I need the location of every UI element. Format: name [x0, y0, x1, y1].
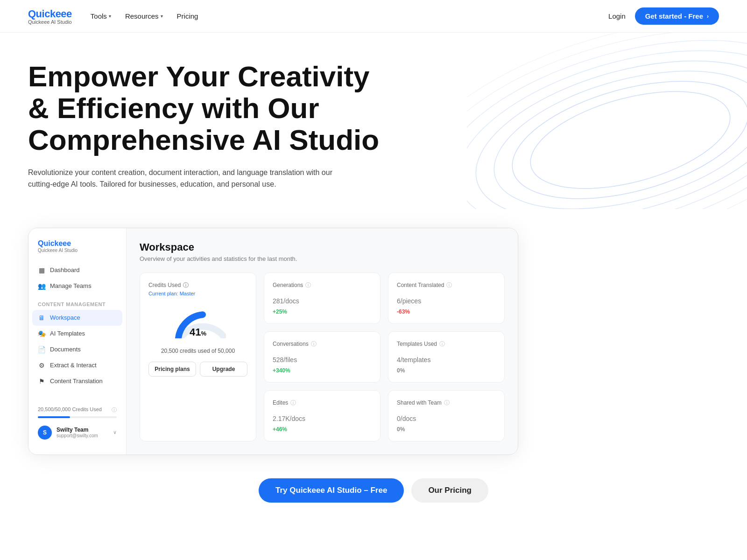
documents-icon: 📄: [38, 346, 45, 353]
sidebar-item-dashboard[interactable]: ▦ Dashboard: [28, 262, 126, 278]
stat-value: 6/pieces: [397, 292, 496, 307]
hero-actions: Try Quickeee AI Studio – Free Our Pricin…: [0, 478, 747, 503]
credits-used-label: 20,500 credits used of 50,000: [148, 348, 247, 354]
user-info: Swilty Team support@swilty.com: [56, 427, 108, 438]
chevron-down-icon: ▾: [161, 14, 163, 19]
sidebar-item-ai-templates[interactable]: 🎭 AI Templates: [28, 326, 126, 342]
arrow-icon: ›: [707, 13, 709, 20]
logo-text: Quickeee: [28, 8, 72, 20]
hero-subtext: Revolutionize your content creation, doc…: [28, 167, 345, 190]
credits-info-icon: ⓘ: [112, 406, 117, 413]
user-name: Swilty Team: [56, 427, 108, 433]
stat-change: -63%: [397, 308, 496, 315]
sidebar-logo-sub: Quickeee AI Studio: [38, 248, 117, 253]
credits-plan: Current plan: Master: [148, 291, 247, 296]
nav-pricing[interactable]: Pricing: [177, 12, 198, 20]
sidebar-item-content-translation[interactable]: ⚑ Content Translation: [28, 373, 126, 389]
templates-icon: 🎭: [38, 330, 45, 337]
svg-point-7: [467, 33, 747, 209]
gauge-container: 41%: [170, 306, 226, 338]
svg-point-3: [467, 33, 747, 209]
user-row[interactable]: S Swilty Team support@swilty.com ∨: [38, 426, 117, 440]
svg-point-0: [520, 73, 740, 207]
dashboard-icon: ▦: [38, 266, 45, 274]
pricing-plans-button[interactable]: Pricing plans: [148, 362, 196, 377]
info-icon: ⓘ: [305, 281, 311, 289]
our-pricing-button[interactable]: Our Pricing: [411, 478, 488, 503]
get-started-button[interactable]: Get started - Free ›: [635, 7, 719, 25]
hero-heading: Empower Your Creativity & Efficiency wit…: [28, 61, 392, 156]
dashboard-mockup: Quickeee Quickeee AI Studio ▦ Dashboard …: [28, 228, 518, 455]
nav-right: Login Get started - Free ›: [608, 7, 719, 25]
info-icon: ⓘ: [444, 399, 450, 407]
sidebar-item-manage-teams[interactable]: 👥 Manage Teams: [28, 278, 126, 294]
svg-point-2: [479, 45, 747, 209]
nav-tools[interactable]: Tools ▾: [91, 12, 111, 20]
credits-progress-fill: [38, 416, 70, 418]
info-icon: ⓘ: [290, 399, 296, 407]
hero-decoration: [467, 33, 747, 209]
logo[interactable]: Quickeee Quickeee AI Studio: [28, 8, 72, 25]
info-icon: ⓘ: [311, 340, 317, 348]
upgrade-button[interactable]: Upgrade: [200, 362, 247, 377]
stat-label: Generations ⓘ: [273, 281, 372, 289]
svg-point-5: [467, 33, 747, 209]
stat-value: 2.17K/docs: [273, 410, 372, 424]
sidebar: Quickeee Quickeee AI Studio ▦ Dashboard …: [28, 228, 127, 455]
gauge-wrap: 41%: [148, 306, 247, 338]
stat-change: +25%: [273, 308, 372, 315]
stat-value: 4/templates: [397, 351, 496, 365]
svg-point-4: [467, 33, 747, 209]
extract-icon: ⚙: [38, 362, 45, 369]
sidebar-logo: Quickeee Quickeee AI Studio: [28, 239, 126, 262]
info-icon: ⓘ: [439, 340, 445, 348]
stat-change: 0%: [397, 426, 496, 433]
stat-label: Content Translated ⓘ: [397, 281, 496, 289]
user-chevron-icon: ∨: [113, 429, 117, 435]
gauge-percent: 41%: [190, 326, 206, 338]
stat-change: 0%: [397, 367, 496, 374]
stat-card-generations: Generations ⓘ 281/docs +25%: [264, 273, 381, 324]
nav-resources[interactable]: Resources ▾: [125, 12, 163, 20]
sidebar-section-label: Content Management: [28, 294, 126, 310]
main-content: Workspace Overview of your activities an…: [127, 228, 518, 455]
info-icon: ⓘ: [446, 281, 452, 289]
translation-icon: ⚑: [38, 378, 45, 385]
workspace-icon: 🖥: [38, 314, 45, 322]
credits-progress-bar: [38, 416, 117, 418]
stat-value: 528/files: [273, 351, 372, 365]
stat-card-templates-used: Templates Used ⓘ 4/templates 0%: [388, 331, 505, 383]
stat-label: Templates Used ⓘ: [397, 340, 496, 348]
nav-links: Tools ▾ Resources ▾ Pricing: [91, 12, 198, 20]
hero-section: Empower Your Creativity & Efficiency wit…: [0, 33, 747, 209]
nav-left: Quickeee Quickeee AI Studio Tools ▾ Reso…: [28, 8, 198, 25]
stat-label: Conversations ⓘ: [273, 340, 372, 348]
stat-change: +46%: [273, 426, 372, 433]
svg-point-6: [467, 33, 747, 209]
stat-value: 281/docs: [273, 292, 372, 307]
credits-card: Credits Used ⓘ Current plan: Master 41%: [140, 273, 256, 441]
teams-icon: 👥: [38, 282, 45, 290]
sidebar-bottom: 20,500/50,000 Credits Used ⓘ S Swilty Te…: [28, 399, 126, 443]
credits-card-label: Credits Used ⓘ: [148, 281, 247, 289]
sidebar-item-extract-interact[interactable]: ⚙ Extract & Interact: [28, 357, 126, 373]
user-email: support@swilty.com: [56, 433, 108, 438]
stat-card-edits: Edites ⓘ 2.17K/docs +46%: [264, 390, 381, 441]
sidebar-item-workspace[interactable]: 🖥 Workspace: [32, 310, 122, 326]
workspace-subtitle: Overview of your activities and statisti…: [140, 255, 505, 262]
try-free-button[interactable]: Try Quickeee AI Studio – Free: [259, 478, 404, 503]
login-button[interactable]: Login: [608, 12, 626, 20]
logo-sub: Quickeee AI Studio: [28, 19, 72, 25]
stat-change: +340%: [273, 367, 372, 374]
stat-card-shared: Shared with Team ⓘ 0/docs 0%: [388, 390, 505, 441]
workspace-title: Workspace: [140, 241, 505, 253]
navbar: Quickeee Quickeee AI Studio Tools ▾ Reso…: [0, 0, 747, 33]
user-avatar: S: [38, 426, 52, 440]
credits-label: 20,500/50,000 Credits Used ⓘ: [38, 406, 117, 413]
stat-value: 0/docs: [397, 410, 496, 424]
stat-card-content-translated: Content Translated ⓘ 6/pieces -63%: [388, 273, 505, 324]
svg-point-1: [500, 59, 747, 209]
stat-label: Edites ⓘ: [273, 399, 372, 407]
sidebar-logo-text: Quickeee: [38, 239, 117, 248]
sidebar-item-documents[interactable]: 📄 Documents: [28, 342, 126, 357]
